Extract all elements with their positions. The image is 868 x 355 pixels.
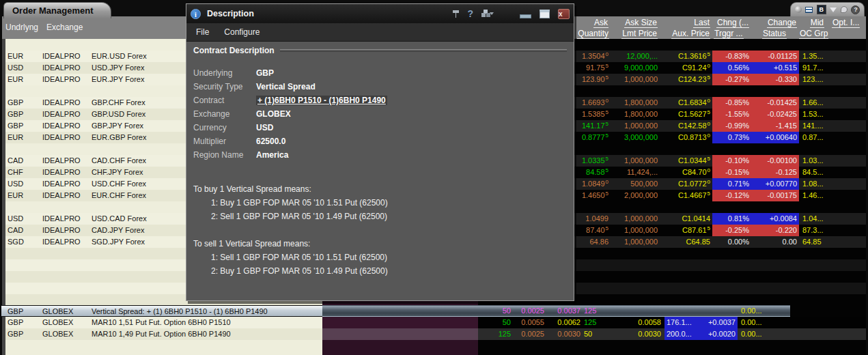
pin-icon[interactable] (453, 10, 459, 18)
ask-size-cell[interactable]: 11,424,... (627, 167, 658, 178)
last-price-cell[interactable]: C1.0414 (682, 213, 710, 225)
col-header-status[interactable]: Status (762, 29, 787, 39)
group-windows-icon[interactable] (481, 12, 494, 16)
change-cell: -0.125 (776, 167, 797, 178)
ask-size-cell[interactable]: 1,000,000 (624, 213, 658, 225)
ask-quantity-cell[interactable]: 1.03355 (582, 155, 608, 167)
ask-size-cell[interactable]: 500,000 (630, 178, 658, 190)
ask-size-cell[interactable]: 1,000,000 (624, 120, 658, 132)
field-value-underlying: GBP (256, 68, 274, 78)
filter-icon[interactable] (830, 8, 837, 12)
ask-size-cell[interactable]: 1,000,000 (624, 155, 658, 167)
ask-size-cell[interactable]: 12,000,... (626, 51, 658, 62)
minimize-button[interactable] (520, 10, 531, 18)
menu-configure[interactable]: Configure (224, 27, 260, 37)
order-row-mid-stripe (322, 317, 478, 328)
last-price-cell[interactable]: C124.235 (678, 74, 710, 85)
col-header-exchange[interactable]: Exchange (46, 16, 83, 39)
dialog-title-bar[interactable]: i Description ? x (186, 4, 574, 23)
ask-quantity-cell[interactable]: 1.53855 (582, 109, 608, 120)
description-cell: EUR.USD Forex (92, 51, 147, 62)
ask-quantity-cell[interactable]: 1.46505 (582, 190, 608, 201)
order-row-values[interactable]: 500.00250.00371250.00... (478, 305, 866, 317)
ask-size-cell[interactable]: 1,000,000 (624, 236, 658, 248)
ask-size-cell[interactable]: 9,000,000 (624, 62, 658, 74)
description-cell: EUR.GBP Forex (92, 132, 147, 143)
ask-quantity-cell[interactable]: 1.35040 (582, 51, 608, 62)
opt-cell: 0.00... (741, 328, 762, 340)
field-label-exchange: Exchange (193, 109, 256, 119)
last-price-cell[interactable]: C87.615 (682, 225, 710, 236)
col-header-ask[interactable]: Ask (593, 18, 608, 28)
dialog-help-icon[interactable]: ? (467, 8, 473, 19)
order-row-values[interactable]: 500.00550.00621250.0058176.1...+0.00370.… (478, 317, 866, 328)
col-header-ask-size[interactable]: Ask Size (624, 18, 658, 28)
ask-size-cell[interactable]: 1,800,000 (624, 97, 658, 109)
ask-quantity-cell[interactable]: 91.755 (586, 62, 608, 74)
order-row-values[interactable]: 1250.00250.0030500.0030200.0...+0.00200.… (478, 328, 866, 340)
col-header-aux-price[interactable]: Aux. Price (671, 29, 710, 39)
underlying-cell: GBP (8, 120, 23, 132)
last-price-cell[interactable]: C1.46675 (678, 190, 710, 201)
col-header-undrlyng[interactable]: Undrlyng (5, 16, 38, 39)
ask-quantity-cell[interactable]: 1.08490 (582, 178, 608, 190)
order-row-mid-stripe (322, 328, 478, 340)
mid-cell: 1.08... (802, 178, 824, 190)
last-price-cell[interactable]: C64.85 (686, 236, 710, 248)
position-cell: 50 (503, 305, 511, 317)
last-price-cell[interactable]: C84.700 (682, 167, 710, 178)
ask-quantity-cell[interactable]: 64.86 (589, 236, 608, 248)
close-button[interactable]: x (558, 9, 570, 19)
exchange-cell: GLOBEX (42, 317, 73, 328)
last-price-cell[interactable]: C1.56275 (678, 109, 710, 120)
table-row[interactable]: GBPGLOBEXMAR10 1,49 Put Fut. Option 6BH0… (5, 328, 322, 340)
col-header-mid[interactable]: Mid (810, 18, 824, 28)
ask-quantity-cell[interactable]: 141.175 (582, 120, 608, 132)
exchange-cell: GLOBEX (42, 306, 73, 317)
menu-file[interactable]: File (196, 27, 209, 37)
exchange-cell: IDEALPRO (42, 178, 81, 190)
ask-size-cell[interactable]: 1,000,000 (624, 74, 658, 85)
last-price-cell[interactable]: C0.87130 (678, 132, 710, 143)
ask-size-cell[interactable]: 3,000,000 (624, 132, 658, 143)
description-dialog: i Description ? x File Configure Contrac… (186, 3, 574, 301)
ask-quantity-cell[interactable]: 84.585 (586, 167, 608, 178)
last-price-cell[interactable]: C142.580 (678, 120, 710, 132)
table-row[interactable]: GBPGLOBEXMAR10 1,51 Put Fut. Option 6BH0… (5, 317, 322, 328)
last-price-cell[interactable]: C1.68340 (678, 97, 710, 109)
ask-size-cell[interactable]: 1,000,000 (624, 225, 658, 236)
help-icon[interactable]: ? (851, 5, 860, 14)
last-price-cell[interactable]: C1.03445 (678, 155, 710, 167)
tab-order-management[interactable]: Order Management (3, 2, 111, 18)
col-header-oc-grp[interactable]: OC Grp (799, 29, 828, 39)
last-price-cell[interactable]: C91.240 (682, 62, 710, 74)
volume-cell: 176.1... (667, 317, 692, 328)
ask-size-cell[interactable]: 1,800,000 (624, 109, 658, 120)
change-cell: -0.00100 (768, 155, 797, 167)
contract-link[interactable]: + (1)6BH0 P1510 - (1)6BH0 P1490 (256, 96, 387, 105)
col-header-change[interactable]: Change (767, 18, 797, 28)
bold-icon[interactable]: B (817, 5, 826, 14)
ask-quantity-cell[interactable]: 0.87775 (582, 132, 608, 143)
description-cell: GBP.CHF Forex (92, 97, 145, 109)
mid-cell: 84.5... (802, 167, 824, 178)
ask-quantity-cell[interactable]: 123.905 (582, 74, 608, 85)
ask-quantity-cell[interactable]: 1.0499 (585, 213, 608, 225)
col-header-chng[interactable]: Chng (... (716, 18, 749, 28)
col-header-last[interactable]: Last (693, 18, 710, 28)
col-header-lmt-price[interactable]: Lmt Price (621, 29, 658, 39)
last-price-cell[interactable]: C1.36165 (678, 51, 710, 62)
selected-row-left[interactable]: GBPGLOBEXVertical Spread: + (1) 6BH0 P15… (1, 305, 322, 317)
col-header-quantity[interactable]: Quantity (577, 29, 609, 39)
col-header-opt-i[interactable]: Opt. I... (832, 18, 860, 28)
ask-size-cell[interactable]: 2,000,000 (624, 190, 658, 201)
buy-means-heading: To buy 1 Vertical Spread means: (193, 182, 567, 196)
ask-quantity-cell[interactable]: 1.66930 (582, 97, 608, 109)
col-header-trggr[interactable]: Trggr ... (714, 29, 744, 39)
hand-icon[interactable] (841, 6, 848, 13)
sphere-icon[interactable] (795, 6, 802, 13)
rows-icon[interactable] (805, 7, 813, 13)
maximize-button[interactable] (540, 10, 550, 18)
ask-quantity-cell[interactable]: 87.405 (586, 225, 608, 236)
last-price-cell[interactable]: C1.07720 (678, 178, 710, 190)
